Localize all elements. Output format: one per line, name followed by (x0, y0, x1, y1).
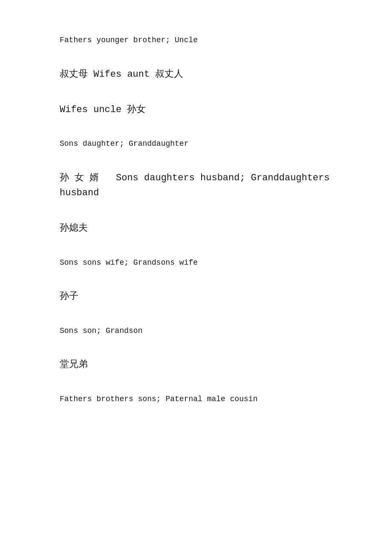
text-sun-zi: 孙子 (60, 289, 332, 304)
text-wifes-uncle-sunnu: Wifes uncle 孙女 (60, 102, 332, 117)
text-sons-son: Sons son; Grandson (60, 325, 332, 337)
entry-tang-xiong-di: 堂兄弟 (60, 357, 332, 372)
entry-sons-sons-wife: Sons sons wife; Grandsons wife (60, 257, 332, 269)
entry-sun-zi: 孙子 (60, 289, 332, 304)
text-tang-xiong-di: 堂兄弟 (60, 357, 332, 372)
main-content: Fathers younger brother; Uncle 叔丈母 Wifes… (0, 0, 392, 460)
text-sun-nu-xu: 孙 女 婿 Sons daughters husband; Granddaugh… (60, 171, 332, 200)
text-shu-zhang-mu: 叔丈母 Wifes aunt 叔丈人 (60, 67, 332, 82)
text-fathers-younger-brother: Fathers younger brother; Uncle (60, 34, 332, 46)
entry-sons-daughter: Sons daughter; Granddaughter (60, 138, 332, 150)
text-fathers-brothers-sons: Fathers brothers sons; Paternal male cou… (60, 393, 332, 405)
entry-fathers-brothers-sons: Fathers brothers sons; Paternal male cou… (60, 393, 332, 405)
entry-fathers-younger-brother: Fathers younger brother; Uncle (60, 34, 332, 46)
text-sun-xi-fu: 孙媳夫 (60, 221, 332, 236)
text-sons-sons-wife: Sons sons wife; Grandsons wife (60, 257, 332, 269)
entry-sun-xi-fu: 孙媳夫 (60, 221, 332, 236)
entry-shu-zhang-mu: 叔丈母 Wifes aunt 叔丈人 (60, 67, 332, 82)
entry-sons-son: Sons son; Grandson (60, 325, 332, 337)
entry-wifes-uncle: Wifes uncle 孙女 (60, 102, 332, 117)
text-sons-daughter: Sons daughter; Granddaughter (60, 138, 332, 150)
entry-sun-nu-xu: 孙 女 婿 Sons daughters husband; Granddaugh… (60, 171, 332, 200)
